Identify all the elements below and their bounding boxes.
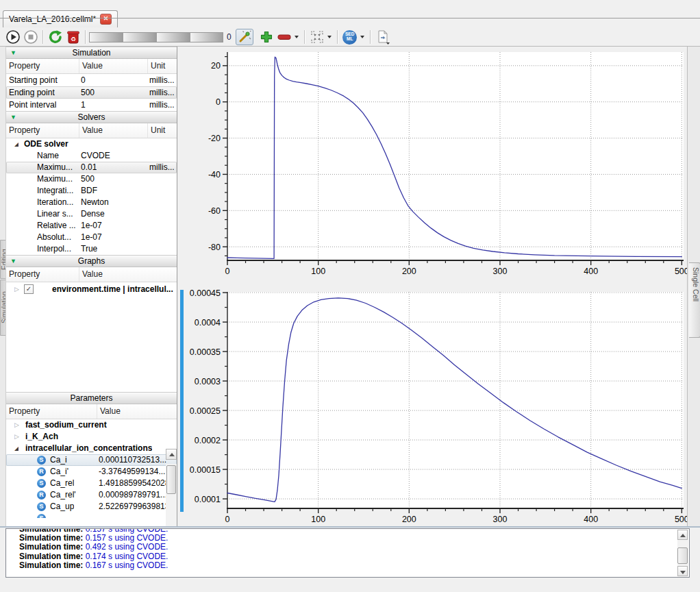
svg-text:-80: -80 [208, 243, 221, 252]
solver-rows: NameCVODEMaximu...0.01millis...Maximu...… [6, 150, 177, 255]
value-cell: 1e-07 [81, 220, 102, 232]
parameter-row[interactable]: RCa_rel'0.000989789791... [6, 489, 177, 501]
scroll-down-button[interactable] [677, 566, 688, 576]
ode-solver-group-row[interactable]: ◢ ODE solver [6, 138, 177, 150]
expand-icon[interactable]: ◢ [14, 138, 18, 150]
component-label: fast_sodium_current [25, 419, 107, 431]
stop-button[interactable] [22, 29, 40, 45]
graphs-section-header[interactable]: ▼ Graphs [6, 255, 177, 267]
graph-row[interactable]: ▷✓environment.time | intracellul... [6, 282, 177, 296]
property-cell: Name [37, 150, 59, 162]
svg-text:-40: -40 [208, 170, 221, 180]
table-row[interactable]: Iteration...Newton [6, 197, 177, 208]
svg-text:0.00035: 0.00035 [190, 347, 221, 357]
remove-graph-panel-button[interactable] [275, 29, 293, 45]
table-row[interactable]: Relative ...1e-07 [6, 220, 177, 232]
expand-icon[interactable]: ▷ [14, 431, 19, 443]
simulation-properties-button[interactable] [236, 29, 253, 45]
component-row[interactable]: ▷fast_sodium_current [6, 419, 177, 431]
value-cell: 500 [81, 86, 95, 99]
mode-tab-editing[interactable]: Editing [0, 240, 6, 279]
property-cell: Interpol... [37, 243, 71, 255]
svg-text:0.00045: 0.00045 [190, 288, 221, 298]
svg-text:0.00025: 0.00025 [190, 406, 221, 416]
remove-graph-panel-dropdown[interactable] [295, 36, 299, 38]
graph-checkbox[interactable]: ✓ [24, 284, 34, 294]
expand-icon[interactable]: ▷ [14, 419, 19, 431]
run-button[interactable] [4, 29, 22, 45]
parameter-row[interactable]: S [6, 513, 177, 518]
scroll-thumb[interactable] [677, 547, 688, 564]
table-row[interactable]: Integrati...BDF [6, 185, 177, 197]
document-tab[interactable]: Varela_LA_2016.cellml* ✕ [3, 10, 118, 27]
svg-text:0.00015: 0.00015 [190, 465, 221, 475]
sedml-export-button[interactable]: SEDML [341, 29, 359, 45]
expand-icon[interactable]: ▷ [14, 282, 19, 296]
value-cell: Dense [81, 208, 105, 220]
graphs-column-header: Property Value [6, 267, 177, 282]
parameter-value: -3.37649599134... [99, 466, 165, 478]
delay-slider[interactable] [89, 32, 223, 42]
console-scrollbar[interactable] [677, 530, 688, 576]
table-row[interactable]: Interpol...True [6, 243, 177, 255]
mode-tab-simulation[interactable]: Simulation [0, 280, 6, 336]
parameter-row[interactable]: SCa_rel1.49188599542028 [6, 478, 177, 489]
view-tab-single-cell[interactable]: Single Cell [689, 262, 700, 338]
table-row[interactable]: Absolut...1e-07 [6, 232, 177, 243]
export-button[interactable] [374, 29, 392, 45]
scroll-up-button[interactable] [677, 530, 688, 540]
tab-close-icon[interactable]: ✕ [100, 14, 112, 25]
parameter-name: Ca_rel' [50, 489, 76, 501]
plot-membrane-potential[interactable]: 0100200300400500200-20-40-60-80 [179, 47, 687, 288]
export-file-icon [375, 29, 390, 45]
add-graph-panel-button[interactable] [258, 29, 275, 45]
component-row[interactable]: ◢intracellular_ion_concentrations [6, 443, 177, 454]
value-cell: CVODE [81, 150, 110, 162]
parameters-section-header[interactable]: Parameters [6, 392, 177, 404]
value-cell: True [81, 243, 97, 255]
play-icon [5, 29, 21, 45]
table-row[interactable]: Maximu...500 [6, 173, 177, 185]
simulation-view: Editing Simulation ▼ Simulation Property… [0, 47, 700, 528]
reset-zoom-dropdown[interactable] [327, 36, 332, 38]
collapse-icon[interactable]: ▼ [10, 47, 16, 58]
expand-icon[interactable]: ◢ [14, 443, 18, 454]
solvers-section-header[interactable]: ▼ Solvers [6, 111, 177, 123]
table-row[interactable]: Maximu...0.01millis... [6, 162, 177, 173]
table-row[interactable]: Starting point0millis... [6, 74, 177, 86]
reset-zoom-button[interactable] [308, 29, 326, 45]
parameters-vertical-scrollbar[interactable] [166, 464, 177, 526]
state-icon: S [37, 502, 46, 511]
toolbar-separator [85, 30, 86, 44]
parameter-row[interactable]: RCa_i'-3.37649599134... [6, 466, 177, 478]
table-row[interactable]: Ending point500millis... [6, 86, 177, 99]
svg-text:200: 200 [402, 267, 416, 276]
section-title: Parameters [70, 393, 112, 403]
properties-panel: ▼ Simulation Property Value Unit Startin… [6, 47, 177, 526]
console-splitter[interactable] [0, 526, 700, 528]
unit-cell: millis... [149, 99, 175, 111]
parameter-value: 0.000989789791... [99, 489, 167, 501]
table-row[interactable]: NameCVODE [6, 150, 177, 162]
table-row[interactable]: Linear s...Dense [6, 208, 177, 220]
parameter-row[interactable]: SCa_up2.52269799639813 [6, 501, 177, 513]
reset-parameters-button[interactable] [47, 29, 64, 45]
svg-text:0.0004: 0.0004 [195, 318, 221, 328]
toolbar-separator [337, 30, 338, 44]
simulation-section-header[interactable]: ▼ Simulation [6, 47, 177, 59]
svg-text:100: 100 [311, 515, 325, 524]
clear-results-button[interactable]: ♻ [64, 29, 82, 45]
svg-text:300: 300 [493, 267, 508, 276]
collapse-icon[interactable]: ▼ [10, 112, 16, 123]
plot-calcium-concentration[interactable]: 01002003004005000.000450.00040.000350.00… [179, 288, 687, 528]
parameter-row[interactable]: SCa_i0.000110732513... [6, 454, 177, 466]
table-row[interactable]: Point interval1millis... [6, 99, 177, 111]
svg-text:-20: -20 [208, 134, 221, 143]
sedml-export-dropdown[interactable] [360, 36, 364, 38]
scroll-up-button[interactable] [166, 449, 177, 460]
property-cell: Absolut... [37, 232, 71, 243]
scroll-thumb[interactable] [166, 465, 176, 494]
collapse-icon[interactable]: ▼ [10, 256, 16, 267]
component-row[interactable]: ▷i_K_Ach [6, 431, 177, 443]
console-lines: Simulation time: 0.157 s using CVODE.Sim… [19, 528, 689, 570]
